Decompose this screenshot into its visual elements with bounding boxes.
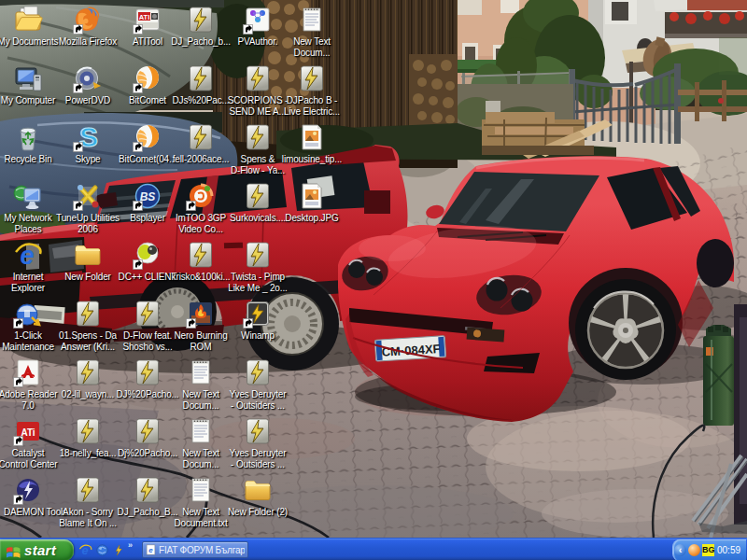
svg-text:e: e bbox=[148, 546, 153, 554]
